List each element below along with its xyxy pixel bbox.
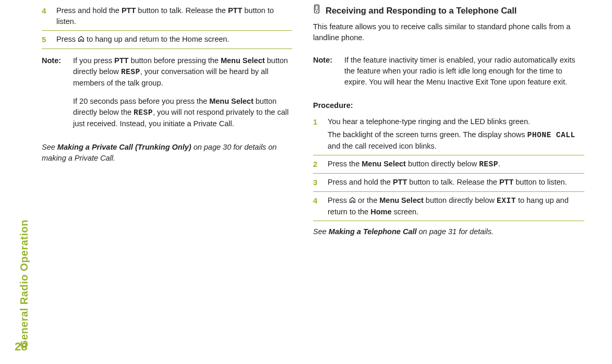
text: button before pressing the <box>128 56 221 65</box>
text: Press and hold the <box>328 178 393 186</box>
text: button directly below <box>406 160 479 168</box>
text-bold-italic: Making a Private Call (Trunking Only) <box>57 143 191 151</box>
text: See <box>42 143 57 151</box>
text-mono: EXIT <box>497 197 516 205</box>
step-body: Press the Menu Select button directly be… <box>328 159 584 170</box>
note-block: Note: If the feature inactivity timer is… <box>313 48 584 95</box>
svg-point-2 <box>316 11 317 12</box>
step-body: Press and hold the PTT button to talk. R… <box>56 5 292 27</box>
step-number: 1 <box>313 116 321 152</box>
left-column: 4 Press and hold the PTT button to talk.… <box>42 2 292 237</box>
text: button directly below <box>424 196 497 204</box>
text: . <box>498 160 500 168</box>
text-bold: Home <box>370 208 391 216</box>
step-body: Press and hold the PTT button to talk. R… <box>328 177 584 188</box>
text: See <box>313 227 329 236</box>
step-number: 4 <box>42 5 50 27</box>
step-4: 4 Press and hold the PTT button to talk.… <box>42 2 292 31</box>
phone-icon <box>313 4 320 17</box>
step-body: Press or the Menu Select button directly… <box>328 195 584 217</box>
right-column: Receiving and Responding to a Telephone … <box>313 2 584 237</box>
text-bold: PTT <box>393 178 407 186</box>
text-bold: Menu Select <box>221 56 265 65</box>
home-icon <box>349 196 356 207</box>
step-body: You hear a telephone-type ringing and th… <box>328 116 584 152</box>
sidebar: General Radio Operation <box>15 129 33 348</box>
text-bold-italic: Making a Telephone Call <box>329 227 417 236</box>
note-paragraph: If the feature inactivity timer is enabl… <box>344 55 584 88</box>
text-bold: PTT <box>499 178 513 186</box>
text-mono: PHONE CALL <box>527 131 575 139</box>
section-heading: Receiving and Responding to a Telephone … <box>313 4 584 17</box>
see-reference: See Making a Private Call (Trunking Only… <box>42 137 292 164</box>
text-bold: PTT <box>122 6 136 15</box>
step-1: 1 You hear a telephone-type ringing and … <box>313 113 584 155</box>
text: or the <box>356 196 379 204</box>
text: If 20 seconds pass before you press the <box>73 97 209 105</box>
procedure-steps: 1 You hear a telephone-type ringing and … <box>313 113 584 221</box>
step-4: 4 Press or the Menu Select button direct… <box>313 192 584 221</box>
text: You hear a telephone-type ringing and th… <box>328 117 530 126</box>
note-paragraph: If 20 seconds pass before you press the … <box>73 96 292 129</box>
text: button to talk. Release the <box>407 178 499 186</box>
home-icon <box>78 34 85 45</box>
step-number: 5 <box>42 34 50 45</box>
text: button to listen. <box>513 178 567 186</box>
manual-page: General Radio Operation 28 4 Press and h… <box>0 0 612 364</box>
text: If you press <box>73 56 114 65</box>
step-number: 4 <box>313 195 321 217</box>
text: screen. <box>392 208 419 216</box>
note-body: If you press PTT button before pressing … <box>73 55 292 137</box>
text-bold: PTT <box>114 56 128 65</box>
text-bold: PTT <box>228 6 242 15</box>
intro-text: This feature allows you to receive calls… <box>313 21 584 43</box>
text: Press <box>56 35 78 43</box>
text-mono: RESP <box>121 68 140 76</box>
text: Press the <box>328 160 362 168</box>
text: Press <box>328 196 349 204</box>
heading-text: Receiving and Responding to a Telephone … <box>326 5 517 17</box>
see-reference: See Making a Telephone Call on page 31 f… <box>313 221 584 237</box>
step-body: Press to hang up and return to the Home … <box>56 34 292 45</box>
section-title: General Radio Operation <box>18 220 30 348</box>
text-bold: Menu Select <box>362 160 406 168</box>
note-label: Note: <box>313 55 338 95</box>
step-number: 3 <box>313 177 321 188</box>
text-mono: RESP <box>479 160 498 168</box>
note-body: If the feature inactivity timer is enabl… <box>344 55 584 95</box>
text-line: The backlight of the screen turns green.… <box>328 129 584 152</box>
note-label: Note: <box>42 55 67 137</box>
text: The backlight of the screen turns green.… <box>328 130 527 139</box>
note-block: Note: If you press PTT button before pre… <box>42 49 292 137</box>
step-5: 5 Press to hang up and return to the Hom… <box>42 31 292 49</box>
step-number: 2 <box>313 159 321 170</box>
svg-rect-1 <box>316 6 318 10</box>
text-bold: Menu Select <box>379 196 424 204</box>
text: and the call received icon blinks. <box>328 142 437 150</box>
text: button to talk. Release the <box>136 6 228 15</box>
page-number: 28 <box>15 340 27 354</box>
procedure-label: Procedure: <box>313 100 584 111</box>
content-columns: 4 Press and hold the PTT button to talk.… <box>42 0 612 237</box>
text-mono: RESP <box>134 108 153 117</box>
note-paragraph: If you press PTT button before pressing … <box>73 55 292 89</box>
text: to hang up and return to the Home screen… <box>85 35 229 43</box>
step-3: 3 Press and hold the PTT button to talk.… <box>313 174 584 192</box>
text: Press and hold the <box>56 6 122 15</box>
text-bold: Menu Select <box>209 97 254 105</box>
text: on page 31 for details. <box>417 227 494 236</box>
step-2: 2 Press the Menu Select button directly … <box>313 155 584 174</box>
